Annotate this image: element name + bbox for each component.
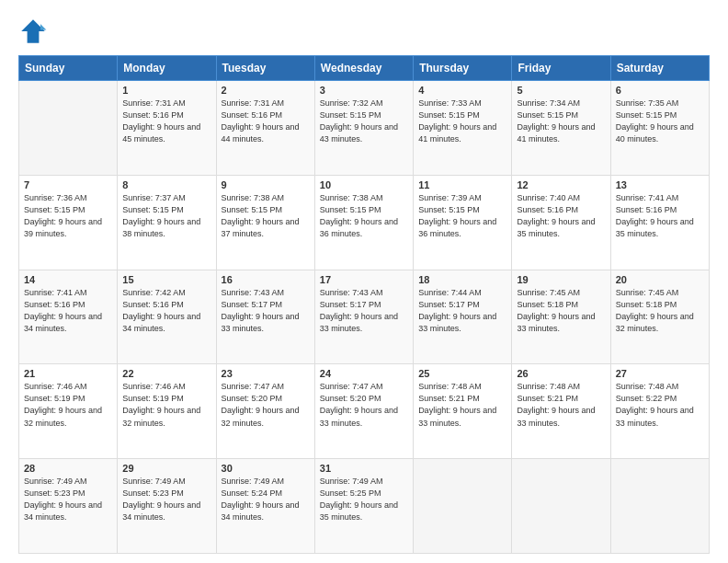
calendar-cell: 20Sunrise: 7:45 AMSunset: 5:18 PMDayligh… <box>610 270 709 364</box>
day-number: 1 <box>122 85 210 96</box>
day-number: 29 <box>122 463 210 474</box>
weekday-header: Tuesday <box>216 56 314 81</box>
calendar-cell <box>19 81 118 176</box>
weekday-header: Saturday <box>610 56 709 81</box>
day-number: 3 <box>320 85 408 96</box>
calendar-week-row: 7Sunrise: 7:36 AMSunset: 5:15 PMDaylight… <box>19 175 710 270</box>
header <box>18 17 710 46</box>
calendar-cell: 16Sunrise: 7:43 AMSunset: 5:17 PMDayligh… <box>216 270 314 364</box>
day-number: 15 <box>122 274 210 285</box>
calendar-cell: 8Sunrise: 7:37 AMSunset: 5:15 PMDaylight… <box>118 175 216 270</box>
calendar-cell: 17Sunrise: 7:43 AMSunset: 5:17 PMDayligh… <box>314 270 413 364</box>
cell-content: Sunrise: 7:49 AMSunset: 5:23 PMDaylight:… <box>24 476 112 523</box>
calendar-cell: 28Sunrise: 7:49 AMSunset: 5:23 PMDayligh… <box>19 459 118 554</box>
day-number: 26 <box>517 368 605 379</box>
calendar-cell: 9Sunrise: 7:38 AMSunset: 5:15 PMDaylight… <box>216 175 314 270</box>
calendar-body: 1Sunrise: 7:31 AMSunset: 5:16 PMDaylight… <box>19 81 710 554</box>
calendar-cell: 13Sunrise: 7:41 AMSunset: 5:16 PMDayligh… <box>610 175 709 270</box>
cell-content: Sunrise: 7:32 AMSunset: 5:15 PMDaylight:… <box>320 98 408 145</box>
cell-content: Sunrise: 7:49 AMSunset: 5:24 PMDaylight:… <box>222 476 310 523</box>
calendar-cell: 12Sunrise: 7:40 AMSunset: 5:16 PMDayligh… <box>512 175 610 270</box>
calendar-cell: 30Sunrise: 7:49 AMSunset: 5:24 PMDayligh… <box>216 459 314 554</box>
calendar-cell: 31Sunrise: 7:49 AMSunset: 5:25 PMDayligh… <box>314 459 413 554</box>
cell-content: Sunrise: 7:39 AMSunset: 5:15 PMDaylight:… <box>418 192 506 240</box>
day-number: 5 <box>517 85 605 96</box>
cell-content: Sunrise: 7:47 AMSunset: 5:20 PMDaylight:… <box>222 381 310 429</box>
calendar-cell: 14Sunrise: 7:41 AMSunset: 5:16 PMDayligh… <box>19 270 118 364</box>
calendar-cell: 6Sunrise: 7:35 AMSunset: 5:15 PMDaylight… <box>610 81 709 176</box>
calendar-cell <box>610 459 709 554</box>
weekday-header: Wednesday <box>314 56 413 81</box>
cell-content: Sunrise: 7:48 AMSunset: 5:21 PMDaylight:… <box>418 381 506 429</box>
day-number: 23 <box>222 368 310 379</box>
cell-content: Sunrise: 7:41 AMSunset: 5:16 PMDaylight:… <box>24 287 112 335</box>
cell-content: Sunrise: 7:38 AMSunset: 5:15 PMDaylight:… <box>222 192 310 240</box>
day-number: 30 <box>222 463 310 474</box>
cell-content: Sunrise: 7:46 AMSunset: 5:19 PMDaylight:… <box>122 381 210 429</box>
weekday-header: Sunday <box>19 56 118 81</box>
day-number: 22 <box>122 368 210 379</box>
calendar-cell: 22Sunrise: 7:46 AMSunset: 5:19 PMDayligh… <box>118 364 216 459</box>
cell-content: Sunrise: 7:34 AMSunset: 5:15 PMDaylight:… <box>517 98 605 145</box>
day-number: 17 <box>320 274 408 285</box>
calendar-week-row: 14Sunrise: 7:41 AMSunset: 5:16 PMDayligh… <box>19 270 710 364</box>
weekday-header: Thursday <box>414 56 512 81</box>
svg-marker-0 <box>21 19 45 43</box>
calendar-cell: 19Sunrise: 7:45 AMSunset: 5:18 PMDayligh… <box>512 270 610 364</box>
day-number: 13 <box>616 179 704 190</box>
day-number: 2 <box>222 85 310 96</box>
cell-content: Sunrise: 7:43 AMSunset: 5:17 PMDaylight:… <box>222 287 310 335</box>
calendar-cell: 1Sunrise: 7:31 AMSunset: 5:16 PMDaylight… <box>118 81 216 176</box>
day-number: 31 <box>320 463 408 474</box>
cell-content: Sunrise: 7:35 AMSunset: 5:15 PMDaylight:… <box>616 98 704 145</box>
calendar-cell: 10Sunrise: 7:38 AMSunset: 5:15 PMDayligh… <box>314 175 413 270</box>
day-number: 19 <box>517 274 605 285</box>
day-number: 14 <box>24 274 112 285</box>
calendar-cell <box>414 459 512 554</box>
calendar-cell: 29Sunrise: 7:49 AMSunset: 5:23 PMDayligh… <box>118 459 216 554</box>
cell-content: Sunrise: 7:47 AMSunset: 5:20 PMDaylight:… <box>320 381 408 429</box>
day-number: 12 <box>517 179 605 190</box>
cell-content: Sunrise: 7:41 AMSunset: 5:16 PMDaylight:… <box>616 192 704 240</box>
day-number: 28 <box>24 463 112 474</box>
calendar-week-row: 21Sunrise: 7:46 AMSunset: 5:19 PMDayligh… <box>19 364 710 459</box>
calendar-cell: 7Sunrise: 7:36 AMSunset: 5:15 PMDaylight… <box>19 175 118 270</box>
day-number: 11 <box>418 179 506 190</box>
logo-icon <box>18 17 48 46</box>
day-number: 10 <box>320 179 408 190</box>
cell-content: Sunrise: 7:45 AMSunset: 5:18 PMDaylight:… <box>616 287 704 335</box>
cell-content: Sunrise: 7:42 AMSunset: 5:16 PMDaylight:… <box>122 287 210 335</box>
cell-content: Sunrise: 7:37 AMSunset: 5:15 PMDaylight:… <box>122 192 210 240</box>
calendar-cell: 2Sunrise: 7:31 AMSunset: 5:16 PMDaylight… <box>216 81 314 176</box>
cell-content: Sunrise: 7:48 AMSunset: 5:22 PMDaylight:… <box>616 381 704 429</box>
calendar-week-row: 1Sunrise: 7:31 AMSunset: 5:16 PMDaylight… <box>19 81 710 176</box>
calendar-cell: 5Sunrise: 7:34 AMSunset: 5:15 PMDaylight… <box>512 81 610 176</box>
calendar-header-row: SundayMondayTuesdayWednesdayThursdayFrid… <box>19 56 710 81</box>
weekday-header: Friday <box>512 56 610 81</box>
cell-content: Sunrise: 7:31 AMSunset: 5:16 PMDaylight:… <box>122 98 210 145</box>
calendar-cell: 25Sunrise: 7:48 AMSunset: 5:21 PMDayligh… <box>414 364 512 459</box>
cell-content: Sunrise: 7:45 AMSunset: 5:18 PMDaylight:… <box>517 287 605 335</box>
cell-content: Sunrise: 7:40 AMSunset: 5:16 PMDaylight:… <box>517 192 605 240</box>
calendar-cell: 21Sunrise: 7:46 AMSunset: 5:19 PMDayligh… <box>19 364 118 459</box>
calendar-cell: 27Sunrise: 7:48 AMSunset: 5:22 PMDayligh… <box>610 364 709 459</box>
calendar-cell: 23Sunrise: 7:47 AMSunset: 5:20 PMDayligh… <box>216 364 314 459</box>
cell-content: Sunrise: 7:36 AMSunset: 5:15 PMDaylight:… <box>24 192 112 240</box>
day-number: 25 <box>418 368 506 379</box>
calendar-cell: 11Sunrise: 7:39 AMSunset: 5:15 PMDayligh… <box>414 175 512 270</box>
cell-content: Sunrise: 7:31 AMSunset: 5:16 PMDaylight:… <box>222 98 310 145</box>
day-number: 20 <box>616 274 704 285</box>
calendar-cell: 18Sunrise: 7:44 AMSunset: 5:17 PMDayligh… <box>414 270 512 364</box>
calendar-cell: 4Sunrise: 7:33 AMSunset: 5:15 PMDaylight… <box>414 81 512 176</box>
day-number: 6 <box>616 85 704 96</box>
day-number: 24 <box>320 368 408 379</box>
calendar-table: SundayMondayTuesdayWednesdayThursdayFrid… <box>18 55 710 554</box>
cell-content: Sunrise: 7:48 AMSunset: 5:21 PMDaylight:… <box>517 381 605 429</box>
day-number: 27 <box>616 368 704 379</box>
calendar-cell: 3Sunrise: 7:32 AMSunset: 5:15 PMDaylight… <box>314 81 413 176</box>
cell-content: Sunrise: 7:44 AMSunset: 5:17 PMDaylight:… <box>418 287 506 335</box>
cell-content: Sunrise: 7:46 AMSunset: 5:19 PMDaylight:… <box>24 381 112 429</box>
day-number: 8 <box>122 179 210 190</box>
calendar-cell: 15Sunrise: 7:42 AMSunset: 5:16 PMDayligh… <box>118 270 216 364</box>
calendar-week-row: 28Sunrise: 7:49 AMSunset: 5:23 PMDayligh… <box>19 459 710 554</box>
